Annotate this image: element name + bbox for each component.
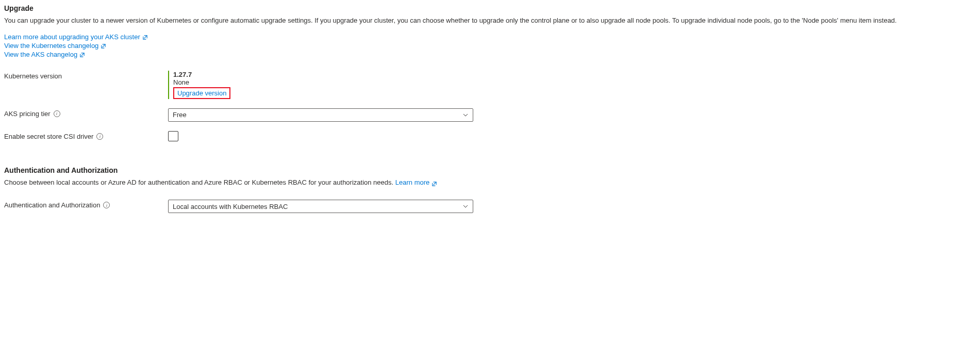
external-link-icon (142, 34, 148, 40)
k8s-changelog-link[interactable]: View the Kubernetes changelog (4, 42, 106, 50)
auth-dropdown[interactable]: Local accounts with Kubernetes RBAC (168, 200, 473, 213)
external-link-icon (431, 180, 437, 185)
info-icon[interactable]: i (103, 202, 110, 208)
auth-field-row: Authentication and Authorization i Local… (4, 200, 976, 213)
csi-driver-checkbox[interactable] (168, 131, 178, 141)
k8s-version-value: 1.27.7 (173, 71, 230, 78)
upgrade-version-link[interactable]: Upgrade version (177, 89, 226, 97)
label-text: Authentication and Authorization (4, 201, 100, 209)
pricing-tier-row: AKS pricing tier i Free (4, 108, 976, 122)
auth-learn-more-link[interactable]: Learn more (395, 177, 437, 188)
pricing-tier-label: AKS pricing tier i (4, 108, 168, 118)
link-text: Learn more about upgrading your AKS clus… (4, 33, 140, 41)
link-text: View the Kubernetes changelog (4, 42, 98, 50)
external-link-icon (101, 43, 106, 48)
upgrade-links: Learn more about upgrading your AKS clus… (4, 33, 976, 58)
label-text: Enable secret store CSI driver (4, 133, 93, 140)
auth-desc-text: Choose between local accounts or Azure A… (4, 178, 395, 186)
auth-title: Authentication and Authorization (4, 166, 976, 174)
auth-description: Choose between local accounts or Azure A… (4, 177, 468, 188)
aks-changelog-link[interactable]: View the AKS changelog (4, 51, 85, 58)
pricing-tier-dropdown[interactable]: Free (168, 108, 473, 122)
k8s-version-row: Kubernetes version 1.27.7 None Upgrade v… (4, 71, 976, 99)
auth-section: Authentication and Authorization Choose … (4, 166, 976, 214)
chevron-down-icon (462, 112, 469, 118)
csi-driver-label: Enable secret store CSI driver i (4, 131, 168, 140)
k8s-version-label: Kubernetes version (4, 71, 168, 80)
external-link-icon (79, 52, 85, 57)
link-text: View the AKS changelog (4, 51, 77, 58)
upgrade-title: Upgrade (4, 4, 976, 12)
dropdown-value: Local accounts with Kubernetes RBAC (173, 203, 288, 210)
learn-more-aks-upgrade-link[interactable]: Learn more about upgrading your AKS clus… (4, 33, 148, 41)
upgrade-description: You can upgrade your cluster to a newer … (4, 15, 968, 26)
label-text: AKS pricing tier (4, 110, 51, 118)
info-icon[interactable]: i (96, 133, 103, 140)
chevron-down-icon (462, 203, 469, 209)
k8s-version-sub: None (173, 78, 230, 86)
csi-driver-row: Enable secret store CSI driver i (4, 131, 976, 141)
upgrade-version-highlight: Upgrade version (173, 87, 230, 99)
k8s-version-value-block: 1.27.7 None Upgrade version (168, 71, 230, 99)
auth-field-label: Authentication and Authorization i (4, 200, 168, 209)
info-icon[interactable]: i (54, 110, 60, 117)
dropdown-value: Free (173, 111, 187, 119)
link-text: Learn more (395, 177, 429, 188)
upgrade-section: Upgrade You can upgrade your cluster to … (4, 4, 976, 141)
